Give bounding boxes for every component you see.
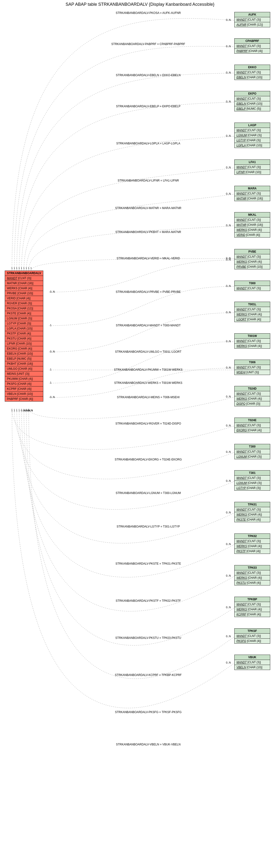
field-cell: PKSTE [CHAR (4)]: [235, 517, 270, 522]
ref-table: VBUKMANDT [CLNT (3)]VBELN [CHAR (10)]: [234, 655, 270, 670]
main-table-name: STRKANBANBOARDALV: [5, 271, 43, 276]
ref-table-name: CPABPRF: [235, 38, 270, 43]
field-cell: PABPRF [CHAR (4)]: [235, 49, 270, 54]
field-cell: PKSFG [CHAR (4)]: [235, 639, 270, 644]
ref-table: CPABPRFMANDT [CLNT (3)]PABPRF [CHAR (4)]: [234, 38, 270, 54]
field-cell: LGTYP [CHAR (3)]: [235, 138, 270, 143]
cardinality-left: 0..N: [50, 396, 55, 398]
ref-table: TPKBPMANDT [CLNT (3)]WERKS [CHAR (4)]KCP…: [234, 597, 270, 617]
ref-table-name: T024D: [235, 386, 270, 391]
join-label: STRKANBANBOARDALV-RGVER = T024D-DISPO: [89, 422, 208, 425]
cardinality-right: 0..N: [226, 224, 231, 227]
field-cell: MANDT [CLNT (3)]: [235, 339, 270, 344]
field-cell: MANDT [CLNT (3)]: [235, 286, 270, 291]
join-label: STRKANBANBOARDALV-PRVBE = PVBE-PRVBE: [89, 290, 208, 293]
cardinality-right: 0..N: [226, 661, 231, 664]
field-cell: WERKS [CHAR (4)]: [235, 312, 270, 317]
cardinality-right: 0..N: [226, 366, 231, 369]
field-cell: PKBHT [CHAR (18)]: [5, 361, 43, 366]
cardinality-left: 1: [13, 267, 15, 270]
ref-table: TPK01MANDT [CLNT (3)]WERKS [CHAR (4)]PKS…: [234, 502, 270, 522]
ref-table: T000MANDT [CLNT (3)]: [234, 281, 270, 291]
field-cell: LGNUM [CHAR (3)]: [235, 480, 270, 486]
cardinality-right: 0..N: [226, 340, 231, 343]
field-cell: VERID [CHAR (4)]: [235, 232, 270, 238]
cardinality-right: 0..N: [226, 192, 231, 195]
ref-table: TPKSFMANDT [CLNT (3)]PKSFG [CHAR (4)]: [234, 628, 270, 644]
field-cell: EBELP [NUMC (5)]: [5, 356, 43, 361]
field-cell: UMLGO [CHAR (4)]: [5, 366, 43, 371]
ref-table-name: T001W: [235, 334, 270, 339]
join-label: STRKANBANBOARDALV-PKSTE = TPK01-PKSTE: [89, 562, 208, 565]
ref-table: TPK02MANDT [CLNT (3)]WERKS [CHAR (4)]PKS…: [234, 533, 270, 554]
ref-table: T300MANDT [CLNT (3)]LGNUM [CHAR (3)]: [234, 444, 270, 459]
field-cell: VERID [CHAR (4)]: [5, 296, 43, 301]
field-cell: MANDT [CLNT (3)]: [235, 633, 270, 639]
cardinality-left: 1: [16, 409, 18, 412]
field-cell: PKSTF [CHAR (4)]: [5, 331, 43, 336]
field-cell: MANDT [CLNT (3)]: [235, 128, 270, 133]
cardinality-right: 0..N: [226, 258, 231, 261]
ref-table: TPK03MANDT [CLNT (3)]WERKS [CHAR (4)]PKS…: [234, 565, 270, 585]
ref-table-name: MARA: [235, 186, 270, 191]
ref-table-name: LFA1: [235, 160, 270, 165]
ref-table: LAGPMANDT [CLNT (3)]LGNUM [CHAR (3)]LGTY…: [234, 123, 270, 148]
field-cell: LGPLA [CHAR (10)]: [235, 143, 270, 148]
field-cell: WERKS [CHAR (4)]: [5, 286, 43, 291]
ref-table: T024EMANDT [CLNT (3)]EKORG [CHAR (4)]: [234, 417, 270, 433]
field-cell: LGNUM [CHAR (3)]: [235, 454, 270, 459]
field-cell: MANDT [CLNT (3)]: [5, 276, 43, 281]
field-cell: LIFNR [CHAR (10)]: [235, 170, 270, 175]
field-cell: EBELN [CHAR (10)]: [235, 101, 270, 106]
field-cell: PKSTF [CHAR (4)]: [235, 549, 270, 554]
field-cell: WERKS [CHAR (4)]: [235, 576, 270, 581]
field-cell: WERKS [CHAR (4)]: [235, 227, 270, 232]
cardinality-left: 1: [19, 409, 20, 412]
join-label: STRKANBANBOARDALV-PKUMW = T001W-WERKS: [89, 368, 208, 371]
join-label: STRKANBANBOARDALV-LGNUM = T300-LGNUM: [89, 491, 208, 495]
field-cell: MEINS [UNIT (3)]: [5, 371, 43, 376]
main-table: STRKANBANBOARDALVMANDT [CLNT (3)]MATNR […: [5, 271, 43, 402]
join-label: STRKANBANBOARDALV-LIFNR = LFA1-LIFNR: [89, 179, 208, 182]
field-cell: MANDT [CLNT (3)]: [235, 217, 270, 222]
field-cell: MANDT [CLNT (3)]: [235, 365, 270, 370]
join-label: STRKANBANBOARDALV-LGTYP = T301-LGTYP: [89, 525, 208, 528]
field-cell: MATNR [CHAR (18)]: [235, 222, 270, 227]
field-cell: LGTYP [CHAR (3)]: [5, 321, 43, 326]
ref-table: T001WMANDT [CLNT (3)]WERKS [CHAR (4)]: [234, 333, 270, 349]
join-label: STRKANBANBOARDALV-EBELN = EKKO-EBELN: [89, 73, 208, 77]
cardinality-right: 0..N: [226, 19, 231, 21]
join-label: STRKANBANBOARDALV-PKSTF = TPK02-PKSTF: [89, 599, 208, 602]
field-cell: RGVER [CHAR (3)]: [5, 301, 43, 306]
cardinality-right: 0..N: [226, 451, 231, 453]
cardinality-right: 0..N: [226, 100, 231, 103]
ref-table: LFA1MANDT [CLNT (3)]LIFNR [CHAR (10)]: [234, 159, 270, 175]
ref-table-name: TPKSF: [235, 628, 270, 633]
cardinality-right: 0..N: [226, 511, 231, 514]
join-label: STRKANBANBOARDALV-UMLGO = T001L-LGORT: [89, 350, 208, 353]
field-cell: PKOSA [CHAR (12)]: [5, 306, 43, 311]
ref-table: PVBEMANDT [CLNT (3)]WERKS [CHAR (4)]PRVB…: [234, 249, 270, 269]
field-cell: MANDT [CLNT (3)]: [235, 307, 270, 312]
cardinality-right: 0..N: [226, 166, 231, 169]
field-cell: MATNR [CHAR (18)]: [5, 281, 43, 286]
field-cell: MANDT [CLNT (3)]: [235, 43, 270, 49]
cardinality-left: 1: [50, 324, 51, 327]
ref-table: T301MANDT [CLNT (3)]LGNUM [CHAR (3)]LGTY…: [234, 470, 270, 491]
ref-table-name: T024E: [235, 418, 270, 423]
field-cell: WERKS [CHAR (4)]: [235, 607, 270, 612]
ref-table: T001LMANDT [CLNT (3)]WERKS [CHAR (4)]LGO…: [234, 302, 270, 322]
ref-table-name: T006: [235, 360, 270, 365]
field-cell: VBELN [CHAR (10)]: [235, 665, 270, 670]
field-cell: MANDT [CLNT (3)]: [235, 423, 270, 428]
field-cell: MANDT [CLNT (3)]: [235, 391, 270, 396]
field-cell: MANDT [CLNT (3)]: [235, 539, 270, 544]
field-cell: MANDT [CLNT (3)]: [235, 660, 270, 665]
cardinality-left: 1: [21, 267, 22, 270]
field-cell: AUFNR [CHAR (12)]: [235, 22, 270, 27]
ref-table-name: TPK01: [235, 502, 270, 507]
field-cell: MANDT [CLNT (3)]: [235, 507, 270, 512]
ref-table-name: EKPO: [235, 91, 270, 96]
field-cell: WERKS [CHAR (4)]: [235, 512, 270, 517]
cardinality-right: 0..N: [226, 542, 231, 546]
